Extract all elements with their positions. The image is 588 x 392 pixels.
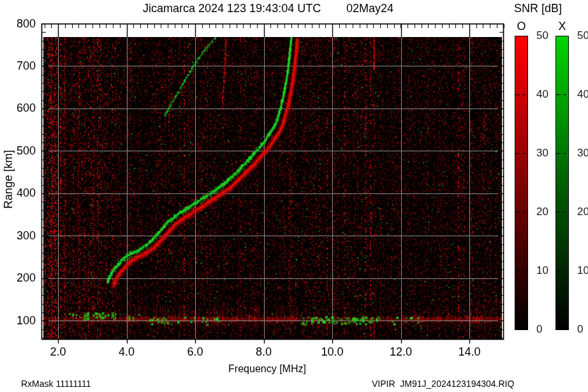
ionogram-app: Jicamarca 2024 123 19:43:04 UTC 02May24 … bbox=[0, 0, 588, 392]
ionogram-canvas bbox=[0, 0, 588, 392]
